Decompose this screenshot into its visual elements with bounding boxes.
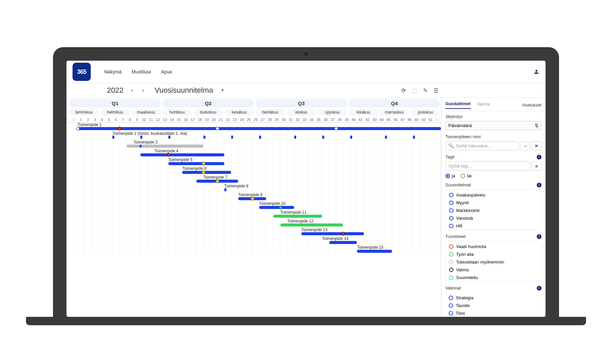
- plan-filter-item[interactable]: Markkinointi: [446, 207, 540, 214]
- task-bar[interactable]: [280, 223, 343, 226]
- year-next-button[interactable]: ›: [140, 87, 146, 93]
- tags-menu-button[interactable]: ≡: [531, 161, 541, 171]
- month-header[interactable]: tammikuu: [69, 109, 99, 116]
- radio-and[interactable]: ja: [445, 173, 455, 178]
- refresh-icon[interactable]: ⟳: [401, 87, 406, 94]
- search-clear-button[interactable]: ✕: [531, 141, 541, 150]
- plan-filter-item[interactable]: HR: [446, 222, 540, 230]
- task-recurrence-tick[interactable]: [140, 135, 142, 139]
- tags-input[interactable]: Syötä tagi...: [445, 161, 530, 171]
- month-header[interactable]: joulukuu: [411, 109, 440, 116]
- task-row[interactable]: Toimenpide 13: [71, 228, 441, 237]
- year-prev-button[interactable]: ‹: [129, 87, 135, 93]
- status-filter-item[interactable]: Valmis: [446, 266, 540, 274]
- task-row[interactable]: Toimenpide 1: [71, 123, 441, 131]
- plan-filter-item[interactable]: Viestintä: [446, 214, 540, 222]
- plan-filter-item[interactable]: Asiakaspalvelu: [446, 191, 540, 199]
- plan-dropdown-icon[interactable]: ▼: [220, 88, 224, 93]
- selection-filter-item[interactable]: Tiimi: [446, 309, 541, 317]
- task-bar[interactable]: [140, 153, 224, 156]
- task-recurrence-tick[interactable]: [231, 135, 233, 139]
- info-icon[interactable]: i: [537, 155, 541, 159]
- quarter-header[interactable]: Q1: [69, 99, 161, 108]
- month-header[interactable]: lokakuu: [349, 109, 378, 116]
- task-recurrence-tick[interactable]: [203, 135, 205, 139]
- quarter-header[interactable]: Q3: [256, 99, 347, 108]
- task-bar[interactable]: [329, 241, 357, 244]
- status-filter-item[interactable]: Vaatii huomiota: [446, 243, 540, 250]
- month-header[interactable]: marraskuu: [380, 109, 409, 116]
- status-filter-item[interactable]: Toteutetaan myöhemmin: [446, 258, 540, 266]
- task-row[interactable]: Toimenpide 11: [71, 210, 441, 219]
- task-recurrence-tick[interactable]: [322, 135, 324, 139]
- info-icon[interactable]: i: [537, 286, 541, 291]
- task-recurrence-tick[interactable]: [385, 135, 387, 139]
- task-row[interactable]: Toimenpide 7: [71, 175, 441, 184]
- task-recurrence-tick[interactable]: [413, 135, 415, 139]
- info-icon[interactable]: i: [537, 183, 541, 187]
- task-recurrence-tick[interactable]: [259, 135, 261, 139]
- info-icon[interactable]: i: [537, 234, 541, 239]
- search-input[interactable]: 🔍 Syötä hakusana...: [445, 141, 519, 150]
- task-recurrence-tick[interactable]: [294, 135, 296, 139]
- week-number: 24: [238, 117, 245, 122]
- task-row[interactable]: Toimenpide 5: [71, 158, 441, 166]
- month-header[interactable]: kesäkuu: [224, 109, 254, 116]
- menu-help[interactable]: Apua: [161, 69, 172, 74]
- quarter-header[interactable]: Q4: [349, 99, 440, 108]
- task-recurrence-tick[interactable]: [224, 188, 226, 191]
- plan-title[interactable]: Vuosisuunnitelma: [155, 86, 213, 95]
- status-filter-item[interactable]: Työn alla: [446, 250, 540, 258]
- task-recurrence-tick[interactable]: [168, 135, 170, 139]
- drag-handle-icon[interactable]: ⋮⋮: [66, 117, 71, 122]
- month-header[interactable]: elokuu: [286, 109, 316, 116]
- task-bar[interactable]: [127, 145, 203, 148]
- task-row[interactable]: Toimenpide 10: [71, 202, 441, 210]
- month-header[interactable]: helmikuu: [100, 109, 130, 116]
- menu-view[interactable]: Näkymä: [104, 69, 121, 74]
- week-number: 33: [301, 117, 308, 122]
- search-submit-button[interactable]: →: [520, 141, 530, 150]
- menu-edit[interactable]: Muokkaa: [132, 69, 151, 74]
- task-bar[interactable]: [259, 206, 294, 209]
- task-row[interactable]: Toimenpide 15: [71, 245, 441, 254]
- month-header[interactable]: heinäkuu: [255, 109, 285, 116]
- sidebar-settings-link[interactable]: Asetukset: [522, 102, 541, 108]
- task-row[interactable]: Toimenpide 12: [71, 219, 441, 228]
- month-header[interactable]: huhtikuu: [162, 109, 192, 116]
- order-select[interactable]: Päivämäärä ⇅: [445, 121, 541, 130]
- calendar-icon[interactable]: ▢: [412, 87, 417, 94]
- task-row[interactable]: Toimenpide 4: [71, 149, 441, 158]
- task-bar[interactable]: [273, 215, 322, 218]
- tab-filters[interactable]: Suodattimet: [445, 101, 471, 109]
- user-icon[interactable]: [533, 69, 539, 75]
- radio-or[interactable]: tai: [461, 173, 472, 178]
- task-bar[interactable]: [357, 250, 392, 253]
- edit-icon[interactable]: ✎: [423, 87, 427, 94]
- task-row[interactable]: Toimenpide 2 (toisto: kuukausittain 1. m…: [71, 131, 441, 140]
- week-number: 11: [147, 117, 155, 122]
- selection-filter-item[interactable]: Strategia: [446, 294, 541, 302]
- week-number: 23: [231, 117, 239, 122]
- gantt-chart[interactable]: Q1Q2Q3Q4 tammikuuhelmikuumaaliskuuhuhtik…: [66, 98, 441, 317]
- task-recurrence-tick[interactable]: [350, 135, 352, 139]
- month-header[interactable]: syyskuu: [317, 109, 347, 116]
- month-header[interactable]: maaliskuu: [131, 109, 161, 116]
- task-bar[interactable]: [168, 162, 224, 165]
- task-row[interactable]: Toimenpide 9: [71, 193, 441, 202]
- task-recurrence-tick[interactable]: [112, 135, 114, 139]
- task-row[interactable]: Toimenpide 8: [71, 184, 441, 193]
- list-icon[interactable]: ☰: [434, 87, 438, 94]
- task-row[interactable]: Toimenpide 3: [71, 140, 441, 149]
- task-bar[interactable]: [78, 127, 441, 130]
- task-bar[interactable]: [301, 232, 364, 235]
- status-filter-item[interactable]: Suunniteltu: [446, 274, 540, 281]
- plan-filter-item[interactable]: Myynti: [446, 199, 540, 207]
- selection-filter-item[interactable]: Tavoite: [446, 302, 541, 309]
- quarter-header[interactable]: Q2: [163, 99, 254, 108]
- task-row[interactable]: Toimenpide 14: [71, 237, 441, 245]
- month-header[interactable]: toukokuu: [193, 109, 223, 116]
- task-row[interactable]: Toimenpide 6: [71, 166, 441, 175]
- task-bar[interactable]: [182, 171, 231, 174]
- tab-selection[interactable]: Valinta: [477, 101, 490, 109]
